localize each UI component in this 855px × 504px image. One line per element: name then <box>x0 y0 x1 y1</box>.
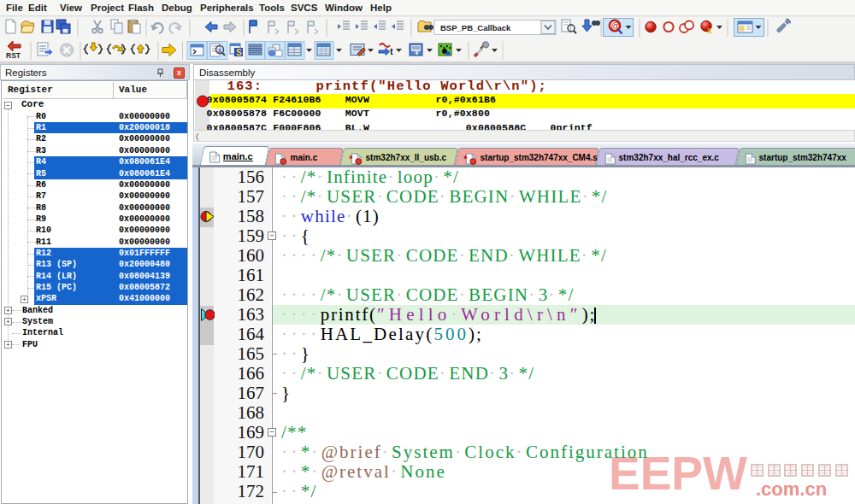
svg-text:*: * <box>349 154 353 164</box>
svg-text:a: a <box>218 47 221 53</box>
svg-text:RST: RST <box>6 51 21 60</box>
svg-text:*: * <box>463 154 468 164</box>
svg-text:S: S <box>236 48 242 57</box>
svg-text:BSP_PB_Callback: BSP_PB_Callback <box>440 23 511 32</box>
svg-text:t: t <box>390 46 393 56</box>
svg-text:@: @ <box>611 21 621 31</box>
svg-text:x: x <box>707 26 712 35</box>
